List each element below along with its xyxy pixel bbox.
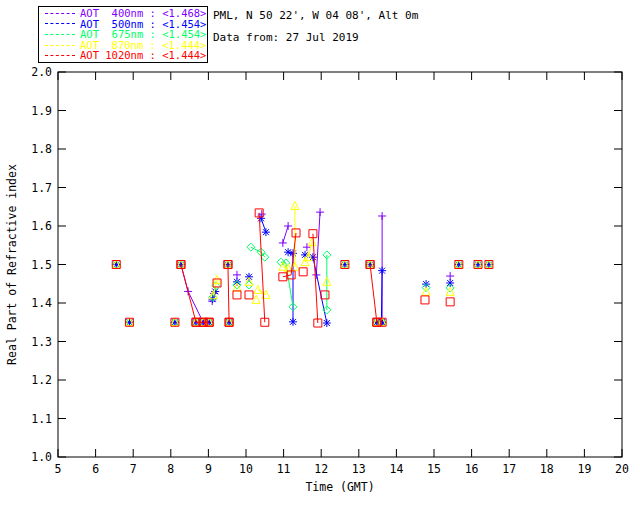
y-axis-title: Real Part of Refractive index — [5, 164, 19, 365]
y-tick-label: 1.0 — [31, 450, 52, 464]
x-tick-label: 16 — [465, 462, 479, 476]
axes — [58, 72, 622, 457]
x-tick-label: 11 — [277, 462, 291, 476]
series-markers — [112, 214, 493, 327]
series-aot-870nm — [112, 201, 493, 325]
y-tick-label: 1.7 — [31, 181, 52, 195]
chart-canvas: 5678910111213141516171819201.01.11.21.31… — [0, 0, 640, 512]
series-markers — [112, 201, 493, 325]
series-markers — [112, 243, 493, 326]
series-aot-1020nm — [112, 209, 493, 327]
y-tick-label: 1.2 — [31, 373, 52, 387]
y-tick-label: 1.8 — [31, 142, 52, 156]
x-tick-label: 7 — [130, 462, 137, 476]
y-tick-label: 1.3 — [31, 335, 52, 349]
x-tick-label: 9 — [205, 462, 212, 476]
y-tick-label: 1.5 — [31, 258, 52, 272]
y-tick-label: 2.0 — [31, 65, 52, 79]
x-tick-label: 14 — [389, 462, 403, 476]
y-tick-label: 1.4 — [31, 296, 52, 310]
x-tick-label: 19 — [577, 462, 591, 476]
x-tick-label: 12 — [314, 462, 328, 476]
x-tick-label: 8 — [167, 462, 174, 476]
x-tick-label: 20 — [615, 462, 629, 476]
x-tick-label: 17 — [502, 462, 516, 476]
x-tick-label: 18 — [540, 462, 554, 476]
y-tick-label: 1.1 — [31, 412, 52, 426]
y-tick-label: 1.9 — [31, 104, 52, 118]
series-aot-400nm — [112, 208, 493, 326]
x-axis-title: Time (GMT) — [305, 480, 374, 494]
x-tick-label: 13 — [352, 462, 366, 476]
x-tick-label: 15 — [427, 462, 441, 476]
series-aot-500nm — [112, 214, 493, 327]
series-markers — [112, 209, 493, 327]
y-tick-label: 1.6 — [31, 219, 52, 233]
x-tick-label: 10 — [239, 462, 253, 476]
series-markers — [112, 208, 493, 326]
x-tick-label: 5 — [55, 462, 62, 476]
series-aot-675nm — [112, 243, 493, 326]
x-tick-label: 6 — [92, 462, 99, 476]
